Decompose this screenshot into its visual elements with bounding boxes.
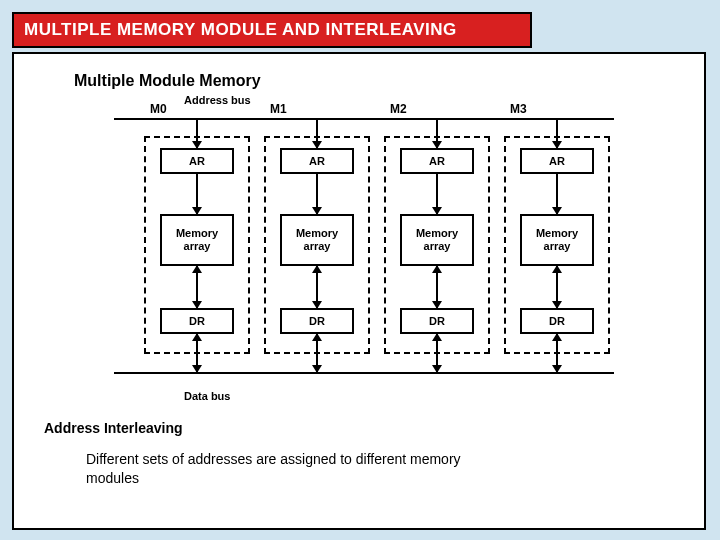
page-title: MULTIPLE MEMORY MODULE AND INTERLEAVING xyxy=(12,12,532,48)
data-register-box: DR xyxy=(160,308,234,334)
address-register-box: AR xyxy=(400,148,474,174)
address-register-box: AR xyxy=(280,148,354,174)
module-label: M2 xyxy=(388,102,409,116)
double-arrow-icon xyxy=(556,334,558,372)
module-label: M1 xyxy=(268,102,289,116)
double-arrow-icon xyxy=(316,334,318,372)
arrow-icon xyxy=(436,174,438,214)
memory-module-2: M2 AR Memory array DR xyxy=(384,108,492,378)
address-register-box: AR xyxy=(520,148,594,174)
address-bus-label: Address bus xyxy=(184,94,674,106)
double-arrow-icon xyxy=(316,266,318,308)
memory-module-1: M1 AR Memory array DR xyxy=(264,108,372,378)
data-bus-label: Data bus xyxy=(184,390,674,402)
double-arrow-icon xyxy=(196,334,198,372)
memory-array-box: Memory array xyxy=(280,214,354,266)
module-label: M3 xyxy=(508,102,529,116)
module-label: M0 xyxy=(148,102,169,116)
memory-array-box: Memory array xyxy=(520,214,594,266)
arrow-icon xyxy=(556,118,558,148)
data-register-box: DR xyxy=(400,308,474,334)
data-register-box: DR xyxy=(280,308,354,334)
data-register-box: DR xyxy=(520,308,594,334)
address-register-box: AR xyxy=(160,148,234,174)
arrow-icon xyxy=(556,174,558,214)
memory-module-0: M0 AR Memory array DR xyxy=(144,108,252,378)
arrow-icon xyxy=(196,174,198,214)
double-arrow-icon xyxy=(436,266,438,308)
section-heading: Address Interleaving xyxy=(44,420,674,436)
body-text: Different sets of addresses are assigned… xyxy=(86,450,466,488)
content-frame: Multiple Module Memory Address bus M0 AR… xyxy=(12,52,706,530)
memory-array-box: Memory array xyxy=(400,214,474,266)
memory-array-box: Memory array xyxy=(160,214,234,266)
diagram-heading: Multiple Module Memory xyxy=(74,72,674,90)
double-arrow-icon xyxy=(436,334,438,372)
arrow-icon xyxy=(316,118,318,148)
arrow-icon xyxy=(316,174,318,214)
arrow-icon xyxy=(196,118,198,148)
arrow-icon xyxy=(436,118,438,148)
double-arrow-icon xyxy=(556,266,558,308)
memory-module-3: M3 AR Memory array DR xyxy=(504,108,612,378)
double-arrow-icon xyxy=(196,266,198,308)
memory-module-diagram: M0 AR Memory array DR M1 AR Memory array… xyxy=(114,108,634,388)
